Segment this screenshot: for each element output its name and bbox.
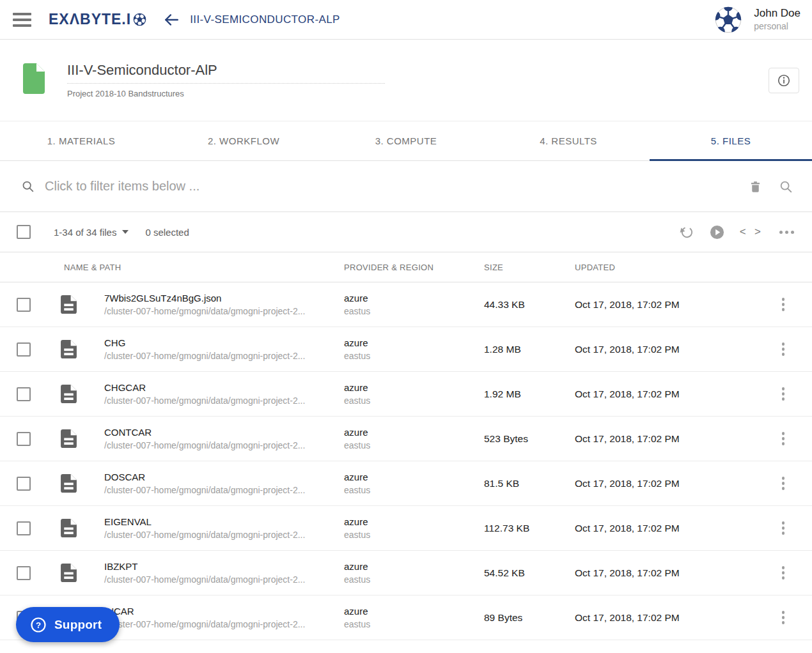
select-all-checkbox[interactable] xyxy=(17,225,31,239)
project-subtitle: Project 2018-10 Bandstructures xyxy=(67,89,385,98)
table-row[interactable]: DOSCAR /cluster-007-home/gmogni/data/gmo… xyxy=(0,461,812,506)
file-icon xyxy=(61,519,77,537)
provider: azure xyxy=(344,606,484,617)
row-menu-button[interactable] xyxy=(779,295,788,314)
file-size: 81.5 KB xyxy=(484,478,575,489)
row-checkbox[interactable] xyxy=(17,342,31,357)
file-path: /cluster-007-home/gmogni/data/gmogni-pro… xyxy=(104,485,344,495)
file-table-body: 7Wbis2GLSuTz4nBgG.json /cluster-007-home… xyxy=(0,282,812,653)
row-menu-button[interactable] xyxy=(779,608,788,627)
back-arrow-icon[interactable] xyxy=(163,12,180,28)
file-name: INCAR xyxy=(104,606,344,617)
search-icon xyxy=(21,180,35,193)
file-size: 89 Bytes xyxy=(484,612,575,624)
search-button[interactable] xyxy=(779,180,793,194)
region: eastus xyxy=(344,619,484,629)
list-toolbar: 1-34 of 34 files 0 selected < > xyxy=(0,212,812,252)
delete-button[interactable] xyxy=(749,180,762,194)
file-path: /cluster-007-home/gmogni/data/gmogni-pro… xyxy=(104,440,344,450)
row-checkbox[interactable] xyxy=(17,298,31,312)
provider: azure xyxy=(344,516,484,527)
region: eastus xyxy=(344,530,484,540)
file-icon xyxy=(61,340,77,358)
file-size: 54.52 KB xyxy=(484,567,575,579)
file-icon xyxy=(61,474,77,493)
filter-input[interactable] xyxy=(45,179,749,194)
file-name: CHG xyxy=(104,337,344,348)
row-checkbox[interactable] xyxy=(17,566,31,580)
step-tabs: 1. MATERIALS 2. WORKFLOW 3. COMPUTE 4. R… xyxy=(0,121,812,161)
tab-materials[interactable]: 1. MATERIALS xyxy=(0,121,162,160)
tab-results[interactable]: 4. RESULTS xyxy=(487,121,650,160)
selected-count: 0 selected xyxy=(145,227,189,238)
file-name: 7Wbis2GLSuTz4nBgG.json xyxy=(104,293,344,303)
project-header: III-V-Semiconductor-AlP Project 2018-10 … xyxy=(0,40,812,121)
table-header: NAME & PATH PROVIDER & REGION SIZE UPDAT… xyxy=(0,252,812,282)
file-path: /cluster-007-home/gmogni/data/gmogni-pro… xyxy=(104,619,344,629)
refresh-icon xyxy=(680,225,694,240)
file-icon xyxy=(61,295,77,314)
code-icon: < > xyxy=(740,226,764,238)
region: eastus xyxy=(344,351,484,361)
file-updated: Oct 17, 2018, 17:02 PM xyxy=(575,523,754,534)
row-checkbox[interactable] xyxy=(17,521,31,535)
row-checkbox[interactable] xyxy=(17,387,31,401)
row-checkbox[interactable] xyxy=(17,432,31,446)
table-row[interactable]: 7Wbis2GLSuTz4nBgG.json /cluster-007-home… xyxy=(0,282,812,327)
info-button[interactable] xyxy=(769,68,799,93)
file-updated: Oct 17, 2018, 17:02 PM xyxy=(575,612,754,624)
file-size: 523 Bytes xyxy=(484,433,575,445)
file-path: /cluster-007-home/gmogni/data/gmogni-pro… xyxy=(104,306,344,316)
file-icon xyxy=(61,564,77,582)
more-actions-button[interactable] xyxy=(779,231,794,234)
logo-soccer-ball-icon xyxy=(133,13,146,26)
menu-icon[interactable] xyxy=(13,13,32,27)
region: eastus xyxy=(344,396,484,406)
project-title[interactable]: III-V-Semiconductor-AlP xyxy=(67,62,385,84)
app-header: EXΛBYTE.I III-V-SEMICONDUCTOR-ALP xyxy=(0,0,812,40)
row-menu-button[interactable] xyxy=(779,564,788,582)
row-menu-button[interactable] xyxy=(779,519,788,537)
column-name-path[interactable]: NAME & PATH xyxy=(47,263,344,272)
tab-files[interactable]: 5. FILES xyxy=(650,121,812,160)
column-provider-region[interactable]: PROVIDER & REGION xyxy=(344,263,484,272)
row-menu-button[interactable] xyxy=(779,340,788,358)
user-name: John Doe xyxy=(754,6,800,20)
file-size: 44.33 KB xyxy=(484,299,575,311)
support-label: Support xyxy=(54,618,102,632)
table-row[interactable]: IBZKPT /cluster-007-home/gmogni/data/gmo… xyxy=(0,551,812,595)
table-row[interactable]: CHG /cluster-007-home/gmogni/data/gmogni… xyxy=(0,327,812,372)
support-button[interactable]: ? Support xyxy=(16,607,120,642)
row-menu-button[interactable] xyxy=(779,385,788,403)
code-button[interactable]: < > xyxy=(740,226,764,238)
run-button[interactable] xyxy=(710,225,724,240)
row-menu-button[interactable] xyxy=(779,474,788,493)
breadcrumb: III-V-SEMICONDUCTOR-ALP xyxy=(190,13,340,26)
table-row[interactable]: EIGENVAL /cluster-007-home/gmogni/data/g… xyxy=(0,506,812,551)
file-name: CONTCAR xyxy=(104,427,344,438)
row-checkbox[interactable] xyxy=(17,477,31,491)
row-menu-button[interactable] xyxy=(779,429,788,448)
file-icon xyxy=(61,385,77,403)
file-name: CHGCAR xyxy=(104,382,344,393)
table-row[interactable]: CONTCAR /cluster-007-home/gmogni/data/gm… xyxy=(0,417,812,461)
table-row[interactable]: KPOINTS xyxy=(0,640,812,653)
column-size[interactable]: SIZE xyxy=(484,263,575,272)
column-updated[interactable]: UPDATED xyxy=(575,263,754,272)
avatar[interactable] xyxy=(714,6,742,34)
file-path: /cluster-007-home/gmogni/data/gmogni-pro… xyxy=(104,351,344,361)
refresh-button[interactable] xyxy=(680,225,694,240)
tab-workflow[interactable]: 2. WORKFLOW xyxy=(162,121,325,160)
user-menu[interactable]: John Doe personal xyxy=(714,6,800,34)
user-account: personal xyxy=(754,20,800,32)
table-row[interactable]: CHGCAR /cluster-007-home/gmogni/data/gmo… xyxy=(0,372,812,417)
search-icon xyxy=(779,180,793,194)
region: eastus xyxy=(344,440,484,450)
pagination-dropdown[interactable]: 1-34 of 34 files xyxy=(54,227,129,238)
table-row[interactable]: INCAR /cluster-007-home/gmogni/data/gmog… xyxy=(0,595,812,640)
file-path: /cluster-007-home/gmogni/data/gmogni-pro… xyxy=(104,574,344,585)
tab-compute[interactable]: 3. COMPUTE xyxy=(325,121,487,160)
region: eastus xyxy=(344,574,484,585)
exabyte-logo[interactable]: EXΛBYTE.I xyxy=(49,11,146,28)
file-size: 1.92 MB xyxy=(484,388,575,400)
